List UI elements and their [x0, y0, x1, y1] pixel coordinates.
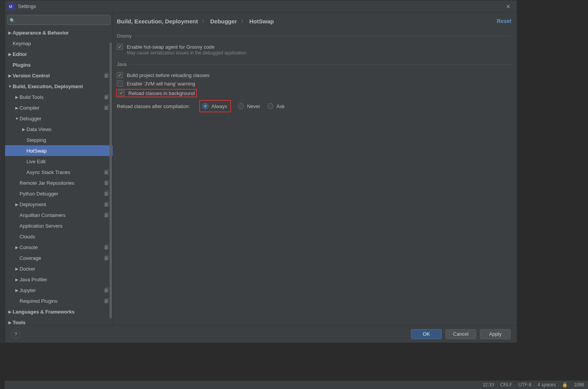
tree-clouds[interactable]: ▶ Clouds	[5, 231, 113, 242]
chevron-down-icon: ▼	[7, 84, 13, 89]
tree-async[interactable]: ▶ Async Stack Traces	[5, 167, 113, 177]
project-settings-icon	[104, 169, 110, 175]
reset-link[interactable]: Reset	[497, 18, 511, 24]
ok-button[interactable]: OK	[411, 329, 442, 339]
tree-tools[interactable]: ▶ Tools	[5, 317, 113, 325]
status-eol[interactable]: CRLF	[500, 382, 512, 387]
help-button[interactable]: ?	[11, 330, 20, 339]
chevron-right-icon: ▶	[7, 74, 13, 78]
option-build-before[interactable]: Build project before reloading classes	[115, 71, 511, 79]
tree-console[interactable]: ▶ Console	[5, 242, 113, 253]
crumb-2[interactable]: Debugger	[210, 18, 237, 25]
tree-data-views[interactable]: ▶ Data Views	[5, 124, 113, 135]
chevron-right-icon: ▶	[7, 31, 13, 35]
tree-live-edit[interactable]: ▶ Live Edit	[5, 156, 113, 167]
svg-rect-13	[105, 192, 108, 196]
tree-deployment[interactable]: ▶ Deployment	[5, 199, 113, 210]
tree-app-servers[interactable]: ▶ Application Servers	[5, 220, 113, 231]
titlebar: IJ Settings ✕	[5, 0, 517, 13]
option-groovy-enable[interactable]: Enable hot-swap agent for Groovy code	[115, 43, 511, 51]
highlight-radio-always: Always	[199, 100, 231, 112]
tree-debugger[interactable]: ▼ Debugger	[5, 113, 113, 124]
search-input[interactable]	[7, 15, 110, 25]
tree-compiler[interactable]: ▶ Compiler	[5, 102, 113, 113]
status-indent[interactable]: 4 spaces	[537, 382, 556, 387]
checkbox-groovy-enable[interactable]	[117, 44, 123, 50]
checkbox-build-before[interactable]	[117, 72, 123, 78]
lock-icon[interactable]: 🔒	[562, 382, 568, 387]
project-settings-icon	[104, 191, 110, 196]
tree-hotswap[interactable]: ▶ HotSwap	[5, 145, 113, 156]
radio-never[interactable]	[238, 103, 244, 109]
checkbox-jvm-hang[interactable]	[117, 80, 123, 87]
tree-coverage[interactable]: ▶ Coverage	[5, 253, 113, 263]
tree-plugins[interactable]: ▶ Plugins	[5, 59, 113, 70]
chevron-right-icon: 〉	[202, 18, 206, 25]
chevron-right-icon: ▶	[7, 320, 13, 325]
chevron-right-icon: ▶	[14, 202, 20, 207]
tree-python-dbg[interactable]: ▶ Python Debugger	[5, 188, 113, 199]
radio-ask-opt[interactable]: Ask	[267, 103, 285, 109]
project-settings-icon	[104, 73, 110, 78]
status-caret-pos[interactable]: 12:33	[483, 382, 494, 387]
tree-scrollbar[interactable]	[110, 43, 112, 325]
dialog-footer: ? OK Cancel Apply	[5, 325, 517, 343]
crumb-1[interactable]: Build, Execution, Deployment	[117, 18, 198, 25]
chevron-right-icon: ▶	[7, 310, 13, 314]
cancel-button[interactable]: Cancel	[446, 329, 476, 339]
main-panel: Build, Execution, Deployment 〉 Debugger …	[113, 13, 517, 325]
svg-rect-11	[105, 181, 108, 185]
chevron-right-icon: ▶	[14, 277, 20, 282]
tree-stepping[interactable]: ▶ Stepping	[5, 135, 113, 145]
hint-groovy: May cause serialization issues in the de…	[115, 50, 511, 56]
checkbox-reload-bg[interactable]	[118, 90, 124, 96]
project-settings-icon	[104, 180, 110, 185]
chevron-right-icon: ▶	[14, 95, 20, 99]
settings-tree: ▶ Appearance & Behavior ▶ Keymap ▶ Edito…	[5, 27, 113, 325]
tree-keymap[interactable]: ▶ Keymap	[5, 38, 113, 49]
section-groovy: Groovy	[117, 33, 511, 39]
chevron-right-icon: ▶	[14, 106, 20, 110]
sidebar: 🔍 ▶ Appearance & Behavior ▶ Keymap ▶ Ed	[5, 13, 113, 325]
tree-lang-fw[interactable]: ▶ Languages & Frameworks	[5, 306, 113, 317]
chevron-down-icon: ▼	[14, 117, 20, 121]
svg-rect-5	[105, 95, 108, 99]
tree-build-tools[interactable]: ▶ Build Tools	[5, 92, 113, 102]
svg-rect-3	[105, 74, 108, 78]
tree-bed[interactable]: ▼ Build, Execution, Deployment	[5, 81, 113, 92]
reload-after-label: Reload classes after compilation:	[117, 103, 190, 109]
svg-rect-25	[105, 299, 108, 303]
close-icon[interactable]: ✕	[503, 2, 514, 11]
radio-ask[interactable]	[267, 103, 274, 109]
project-settings-icon	[104, 245, 110, 250]
status-encoding[interactable]: UTF-8	[518, 382, 531, 387]
crumb-3: HotSwap	[249, 18, 274, 25]
tree-arquillian[interactable]: ▶ Arquillian Containers	[5, 210, 113, 220]
tree-jupyter[interactable]: ▶ Jupyter	[5, 285, 113, 295]
svg-rect-19	[105, 246, 108, 249]
option-jvm-hang[interactable]: Enable 'JVM will hang' warning	[115, 79, 511, 88]
chevron-right-icon: ▶	[21, 127, 26, 131]
tree-version-control[interactable]: ▶ Version Control	[5, 70, 113, 81]
app-icon: IJ	[8, 3, 15, 10]
project-settings-icon	[104, 212, 110, 218]
svg-text:IJ: IJ	[9, 5, 12, 8]
tree-required-plugins[interactable]: ▶ Required Plugins	[5, 295, 113, 306]
tree-remote-jar[interactable]: ▶ Remote Jar Repositories	[5, 177, 113, 188]
svg-rect-9	[105, 171, 108, 174]
tree-docker[interactable]: ▶ Docker	[5, 263, 113, 274]
tree-appearance[interactable]: ▶ Appearance & Behavior	[5, 27, 113, 38]
settings-dialog: IJ Settings ✕ 🔍 ▶ Appearance & Behavior …	[5, 0, 517, 343]
project-settings-icon	[104, 105, 110, 110]
project-settings-icon	[104, 287, 110, 293]
chevron-right-icon: ▶	[14, 267, 20, 271]
status-mem[interactable]: 1096	[574, 382, 584, 387]
radio-never-opt[interactable]: Never	[238, 103, 260, 109]
apply-button[interactable]: Apply	[480, 329, 511, 339]
tree-editor[interactable]: ▶ Editor	[5, 49, 113, 59]
svg-rect-17	[105, 213, 108, 217]
chevron-right-icon: ▶	[14, 245, 20, 249]
radio-always[interactable]	[202, 103, 208, 109]
project-settings-icon	[104, 255, 110, 261]
tree-java-profiler[interactable]: ▶ Java Profiler	[5, 274, 113, 285]
